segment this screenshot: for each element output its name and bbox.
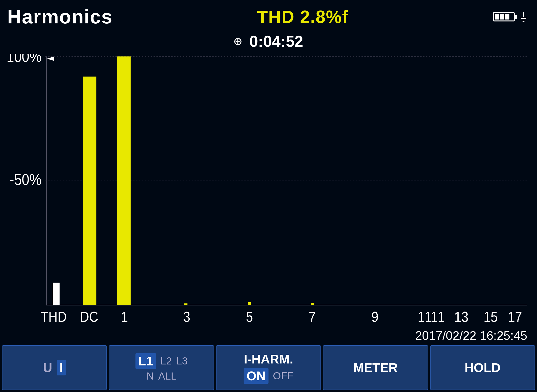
- x-label-5: 5: [246, 309, 253, 325]
- crosshair-icon: ⊕: [234, 33, 242, 50]
- y-label-50: -50%: [10, 171, 41, 188]
- channel-button[interactable]: L1 L2 L3 N ALL: [109, 345, 214, 390]
- meter-button[interactable]: METER: [323, 345, 428, 390]
- l2-label: L2: [160, 355, 172, 367]
- x-label-7: 7: [309, 309, 316, 325]
- x-label-1: 1: [121, 309, 128, 325]
- svg-text:13: 13: [454, 309, 468, 325]
- svg-rect-10: [184, 303, 187, 305]
- iharm-button[interactable]: I-HARM. ON OFF: [216, 345, 321, 390]
- l3-label: L3: [176, 355, 188, 367]
- thd-label: THD: [257, 7, 295, 27]
- svg-rect-9: [117, 56, 131, 305]
- plug-icon: ⏚: [520, 10, 527, 24]
- u-label: U: [43, 360, 52, 375]
- svg-rect-8: [83, 77, 96, 305]
- svg-text:9: 9: [372, 309, 379, 325]
- harmonics-chart: -100% -50% THD DC 1: [7, 54, 530, 327]
- meter-label: METER: [353, 360, 398, 375]
- svg-text:11: 11: [431, 309, 445, 325]
- hold-label: HOLD: [465, 360, 500, 375]
- date-display: 2017/02/22 16:25:45: [415, 329, 527, 342]
- all-label: ALL: [158, 370, 176, 382]
- x-label-dc: DC: [80, 309, 98, 325]
- ui-button[interactable]: U I: [2, 345, 107, 390]
- i-label: I: [57, 360, 66, 375]
- x-label-15: 15: [484, 309, 498, 325]
- timer-display: 0:04:52: [249, 32, 303, 50]
- svg-rect-7: [53, 283, 60, 305]
- page-title: Harmonics: [7, 6, 113, 28]
- iharm-on: ON: [244, 368, 268, 384]
- n-label: N: [146, 370, 154, 382]
- l1-label: L1: [135, 353, 156, 369]
- y-label-100: -100%: [7, 54, 41, 65]
- x-label-thd: THD: [41, 309, 67, 325]
- x-label-3: 3: [183, 309, 190, 325]
- thd-display: THD 2.8%f: [257, 7, 348, 27]
- thd-value: 2.8%f: [300, 7, 348, 27]
- x-label-17: 17: [508, 309, 522, 325]
- x-label-11: 11: [418, 309, 432, 325]
- hold-button[interactable]: HOLD: [430, 345, 535, 390]
- bottom-toolbar: U I L1 L2 L3 N ALL I-HARM. ON OFF: [0, 343, 537, 392]
- battery-icon: [493, 12, 515, 21]
- svg-rect-11: [248, 302, 251, 305]
- svg-rect-12: [311, 303, 314, 305]
- iharm-off: OFF: [273, 370, 293, 382]
- iharm-line1: I-HARM.: [244, 352, 293, 367]
